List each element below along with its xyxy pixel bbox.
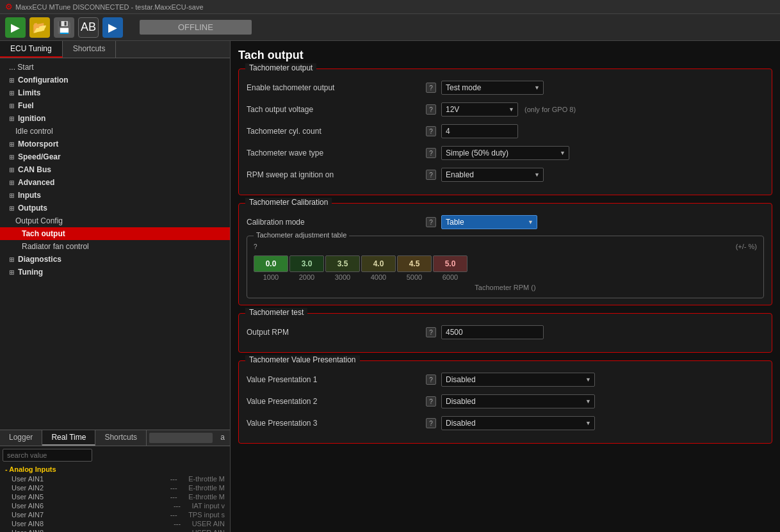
output-rpm-input[interactable]: [441, 325, 544, 339]
search-box: [0, 446, 230, 464]
play-button[interactable]: ▶: [102, 17, 123, 38]
expand-diagnostics-icon: ⊞: [9, 256, 14, 263]
expand-outputs-icon: ⊞: [9, 205, 14, 212]
tachometer-calibration-content: Calibration mode ? Table Direct Tachomet…: [239, 204, 772, 305]
ab-button[interactable]: AB: [78, 17, 99, 38]
nav-speedgear[interactable]: ⊞Speed/Gear: [0, 150, 230, 163]
calibration-mode-label: Calibration mode: [247, 218, 426, 227]
enable-tach-select[interactable]: Test mode Disabled Enabled: [441, 81, 544, 95]
tab-ecu-tuning[interactable]: ECU Tuning: [0, 41, 63, 58]
table-cell-1[interactable]: 3.0: [289, 255, 324, 272]
expand-speedgear-icon: ⊞: [9, 154, 14, 161]
nav-outputs[interactable]: ⊞Outputs: [0, 202, 230, 214]
connect-button[interactable]: ▶: [5, 17, 26, 38]
expand-inputs-icon: ⊞: [9, 192, 14, 199]
nav-limits[interactable]: ⊞Limits: [0, 86, 230, 99]
open-button[interactable]: 📂: [29, 17, 50, 38]
nav-fuel[interactable]: ⊞Fuel: [0, 99, 230, 112]
main-layout: ECU Tuning Shortcuts ... Start ⊞Configur…: [0, 41, 780, 532]
list-item: User AIN6 --- IAT input v: [0, 501, 230, 510]
tach-voltage-select[interactable]: 12V 5V: [441, 102, 518, 117]
tab-a[interactable]: a: [215, 430, 230, 446]
bottom-tab-bar: Logger Real Time Shortcuts a: [0, 430, 230, 446]
vp3-row: Value Presentation 3 ? Disabled: [247, 415, 764, 431]
adjustment-table-wrapper: Tachometer adjustment table ? (+/- %) 0.…: [247, 236, 764, 298]
tab-realtime[interactable]: Real Time: [42, 430, 95, 446]
wave-type-label: Tachometer wave type: [247, 149, 426, 157]
output-rpm-help[interactable]: ?: [426, 327, 436, 337]
wave-type-select-wrapper: Simple (50% duty) Square wave: [441, 146, 569, 160]
table-cell-3[interactable]: 4.0: [361, 255, 396, 272]
wave-type-help[interactable]: ?: [426, 148, 436, 158]
calibration-mode-select-wrapper: Table Direct: [441, 215, 537, 229]
table-cell-5[interactable]: 5.0: [433, 255, 467, 272]
nav-canbus[interactable]: ⊞CAN Bus: [0, 163, 230, 176]
cyl-count-label: Tachometer cyl. count: [247, 127, 426, 136]
vp1-row: Value Presentation 1 ? Disabled: [247, 371, 764, 388]
nav-diagnostics[interactable]: ⊞Diagnostics: [0, 253, 230, 266]
enable-tach-help[interactable]: ?: [426, 83, 436, 93]
table-cell-0[interactable]: 0.0: [254, 255, 288, 272]
calibration-mode-help[interactable]: ?: [426, 217, 436, 227]
list-item: User AIN7 --- TPS input s: [0, 510, 230, 519]
table-help-icon[interactable]: ?: [254, 243, 257, 250]
expand-ignition-icon: ⊞: [9, 115, 14, 122]
cyl-count-help[interactable]: ?: [426, 126, 436, 136]
vp2-help[interactable]: ?: [426, 396, 436, 407]
nav-radiator-fan[interactable]: Radiator fan control: [0, 240, 230, 253]
rpm-sweep-row: RPM sweep at ignition on ? Enabled Disab…: [247, 166, 764, 183]
nav-configuration[interactable]: ⊞Configuration: [0, 74, 230, 86]
calibration-mode-row: Calibration mode ? Table Direct: [247, 214, 764, 230]
list-item: User AIN8 --- USER AIN: [0, 528, 230, 532]
nav-tuning[interactable]: ⊞Tuning: [0, 266, 230, 278]
tach-voltage-select-wrapper: 12V 5V: [441, 102, 518, 117]
nav-inputs[interactable]: ⊞Inputs: [0, 189, 230, 202]
rpm-sweep-help[interactable]: ?: [426, 170, 436, 180]
sidebar-tab-bar: ECU Tuning Shortcuts: [0, 41, 230, 58]
nav-motorsport[interactable]: ⊞Motorsport: [0, 138, 230, 150]
table-cell-4[interactable]: 4.5: [397, 255, 432, 272]
nav-idle-control[interactable]: Idle control: [0, 125, 230, 138]
logger-content: - Analog Inputs User AIN1 --- E-throttle…: [0, 464, 230, 532]
vp3-select[interactable]: Disabled: [441, 416, 595, 430]
toolbar: ▶ 📂 💾 AB ▶ OFFLINE: [0, 14, 780, 41]
tachometer-calibration-section: Tachometer Calibration Calibration mode …: [238, 203, 772, 305]
enable-tach-label: Enable tachometer output: [247, 83, 426, 92]
rpm-label-0: 1000: [254, 273, 288, 281]
cyl-count-input[interactable]: [441, 124, 518, 138]
vp3-help[interactable]: ?: [426, 418, 436, 428]
list-item: User AIN5 --- E-throttle M: [0, 492, 230, 501]
vp2-select[interactable]: Disabled: [441, 394, 595, 408]
tab-logger[interactable]: Logger: [0, 430, 42, 446]
wave-type-select[interactable]: Simple (50% duty) Square wave: [441, 146, 569, 160]
nav-ignition[interactable]: ⊞Ignition: [0, 112, 230, 125]
vp1-select[interactable]: Disabled: [441, 373, 595, 387]
list-item: User AIN8 --- USER AIN: [0, 519, 230, 528]
nav-start[interactable]: ... Start: [0, 61, 230, 74]
nav-output-config[interactable]: Output Config: [0, 214, 230, 227]
vp1-help[interactable]: ?: [426, 375, 436, 385]
nav-tach-output[interactable]: Tach output: [0, 227, 230, 240]
tab-shortcuts[interactable]: Shortcuts: [63, 41, 117, 58]
expand-fuel-icon: ⊞: [9, 102, 14, 109]
tachometer-test-title: Tachometer test: [245, 308, 307, 317]
value-presentation-section: Tachometer Value Presentation Value Pres…: [238, 360, 772, 444]
rpm-sweep-select[interactable]: Enabled Disabled: [441, 168, 544, 182]
expand-canbus-icon: ⊞: [9, 166, 14, 173]
title-bar: ⚙ MaxxECU MTune DISCONNECTED - testar.Ma…: [0, 0, 780, 14]
tab-shortcuts-bottom[interactable]: Shortcuts: [95, 430, 147, 446]
calibration-mode-select[interactable]: Table Direct: [441, 215, 537, 229]
rpm-label-2: 3000: [325, 273, 360, 281]
scroll-bar[interactable]: [149, 433, 213, 443]
nav-advanced[interactable]: ⊞Advanced: [0, 176, 230, 189]
rpm-label-4: 5000: [397, 273, 432, 281]
save-button[interactable]: 💾: [54, 17, 74, 38]
tachometer-test-section: Tachometer test Output RPM ?: [238, 313, 772, 353]
enable-tach-row: Enable tachometer output ? Test mode Dis…: [247, 79, 764, 96]
tach-voltage-help[interactable]: ?: [426, 104, 436, 115]
app-icon: ⚙: [5, 2, 13, 12]
table-cell-2[interactable]: 3.5: [325, 255, 360, 272]
rpm-sweep-select-wrapper: Enabled Disabled: [441, 168, 544, 182]
vp3-label: Value Presentation 3: [247, 419, 426, 428]
search-input[interactable]: [3, 449, 92, 462]
